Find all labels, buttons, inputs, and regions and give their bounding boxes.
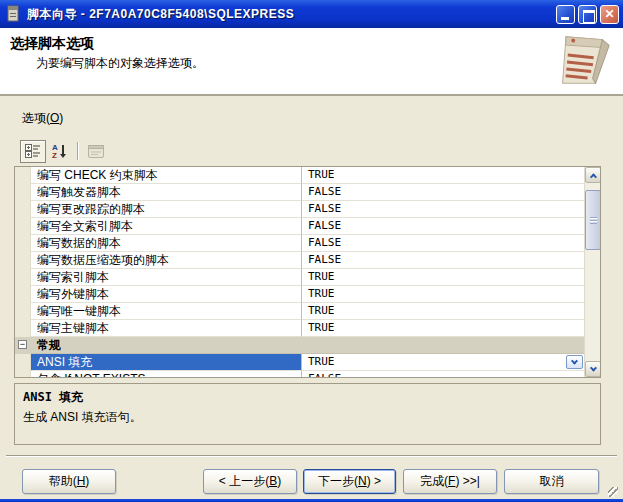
titlebar: 脚本向导 - 2F7A0A70C8F5408\SQLEXPRESS — [0, 0, 623, 28]
property-row[interactable]: 编写 CHECK 约束脚本TRUE — [15, 167, 584, 184]
description-text: 生成 ANSI 填充语句。 — [23, 409, 592, 426]
row-indent-strip: − — [15, 337, 31, 354]
minimize-button[interactable] — [556, 5, 575, 24]
property-value[interactable]: TRUE — [301, 269, 584, 286]
value-dropdown-button[interactable] — [566, 355, 583, 369]
property-name[interactable]: 编写数据的脚本 — [31, 235, 301, 252]
property-value[interactable]: FALSE — [301, 252, 584, 269]
property-pages-button[interactable] — [83, 140, 109, 163]
row-indent-strip — [15, 354, 31, 371]
propertygrid-toolbar: A Z — [20, 139, 109, 163]
property-pages-icon — [88, 145, 104, 158]
chevron-up-icon — [589, 173, 596, 180]
footer-divider — [6, 455, 617, 457]
options-property-grid: 编写 CHECK 约束脚本TRUE编写触发器脚本FALSE编写更改跟踪的脚本FA… — [14, 166, 601, 378]
row-indent-strip — [15, 320, 31, 337]
help-button[interactable]: 帮助(H) — [22, 469, 116, 494]
vertical-scrollbar[interactable] — [584, 167, 600, 377]
property-name[interactable]: 编写主键脚本 — [31, 320, 301, 337]
row-indent-strip — [15, 286, 31, 303]
close-button[interactable] — [600, 5, 619, 24]
property-row[interactable]: 编写数据压缩选项的脚本FALSE — [15, 252, 584, 269]
svg-text:Z: Z — [52, 151, 57, 159]
property-name[interactable]: ANSI 填充 — [31, 354, 301, 371]
resize-grip-icon[interactable] — [608, 487, 618, 497]
property-row[interactable]: 编写数据的脚本FALSE — [15, 235, 584, 252]
script-scroll-image — [541, 29, 619, 92]
description-title: ANSI 填充 — [23, 389, 592, 406]
property-name[interactable]: 编写外键脚本 — [31, 286, 301, 303]
options-label: 选项(O) — [22, 110, 63, 127]
row-indent-strip — [15, 252, 31, 269]
property-row[interactable]: 编写主键脚本TRUE — [15, 320, 584, 337]
toolbar-separator — [77, 142, 78, 160]
scroll-up-button[interactable] — [585, 167, 601, 183]
wizard-header: 选择脚本选项 为要编写脚本的对象选择选项。 — [0, 28, 623, 96]
property-name[interactable]: 编写 CHECK 约束脚本 — [31, 167, 301, 184]
property-value[interactable]: TRUE — [301, 354, 584, 371]
maximize-button[interactable] — [578, 5, 597, 24]
property-value[interactable]: TRUE — [301, 286, 584, 303]
property-value[interactable]: TRUE — [301, 303, 584, 320]
property-name[interactable]: 包含 If NOT EXISTS — [31, 371, 301, 377]
finish-button[interactable]: 完成(F) >>| — [403, 469, 497, 494]
window-title: 脚本向导 - 2F7A0A70C8F5408\SQLEXPRESS — [27, 6, 556, 23]
property-value[interactable]: TRUE — [301, 167, 584, 184]
page-title: 选择脚本选项 — [10, 35, 94, 53]
property-value[interactable]: FALSE — [301, 184, 584, 201]
page-subtitle: 为要编写脚本的对象选择选项。 — [36, 55, 204, 72]
property-value[interactable]: FALSE — [301, 201, 584, 218]
property-row[interactable]: 编写触发器脚本FALSE — [15, 184, 584, 201]
property-row[interactable]: 编写外键脚本TRUE — [15, 286, 584, 303]
property-value[interactable]: FALSE — [301, 235, 584, 252]
property-row[interactable]: ANSI 填充TRUE — [15, 354, 584, 371]
sort-az-icon: A Z — [52, 143, 67, 159]
property-name[interactable]: 编写触发器脚本 — [31, 184, 301, 201]
scroll-down-button[interactable] — [585, 361, 601, 377]
property-name[interactable]: 编写数据压缩选项的脚本 — [31, 252, 301, 269]
row-indent-strip — [15, 184, 31, 201]
category-label: 常规 — [31, 337, 584, 354]
row-indent-strip — [15, 218, 31, 235]
property-rows: 编写 CHECK 约束脚本TRUE编写触发器脚本FALSE编写更改跟踪的脚本FA… — [15, 167, 584, 377]
row-indent-strip — [15, 303, 31, 320]
property-name[interactable]: 编写唯一键脚本 — [31, 303, 301, 320]
categorized-button[interactable] — [20, 140, 46, 163]
property-row[interactable]: 编写索引脚本TRUE — [15, 269, 584, 286]
row-indent-strip — [15, 269, 31, 286]
script-wizard-window: 脚本向导 - 2F7A0A70C8F5408\SQLEXPRESS 选择脚本选项… — [0, 0, 623, 502]
category-row[interactable]: −常规 — [15, 337, 584, 354]
chevron-down-icon — [589, 364, 596, 371]
row-indent-strip — [15, 167, 31, 184]
property-value[interactable]: FALSE — [301, 218, 584, 235]
script-wizard-icon — [6, 5, 22, 23]
next-button[interactable]: 下一步(N) > — [303, 469, 396, 494]
property-name[interactable]: 编写索引脚本 — [31, 269, 301, 286]
property-row[interactable]: 编写全文索引脚本FALSE — [15, 218, 584, 235]
property-row[interactable]: 编写唯一键脚本TRUE — [15, 303, 584, 320]
property-value[interactable]: FALSE — [301, 371, 584, 377]
chevron-down-icon — [571, 357, 578, 364]
back-button[interactable]: < 上一步(B) — [203, 469, 297, 494]
property-name[interactable]: 编写更改跟踪的脚本 — [31, 201, 301, 218]
cancel-button[interactable]: 取消 — [504, 469, 599, 494]
sort-alphabetical-button[interactable]: A Z — [46, 140, 72, 163]
property-name[interactable]: 编写全文索引脚本 — [31, 218, 301, 235]
property-value[interactable]: TRUE — [301, 320, 584, 337]
collapse-minus-icon[interactable]: − — [18, 340, 27, 349]
categorized-icon — [25, 144, 41, 158]
scrollbar-thumb[interactable] — [585, 190, 601, 250]
row-indent-strip — [15, 201, 31, 218]
property-description-panel: ANSI 填充 生成 ANSI 填充语句。 — [14, 383, 601, 445]
row-indent-strip — [15, 371, 31, 377]
property-row[interactable]: 包含 If NOT EXISTSFALSE — [15, 371, 584, 377]
row-indent-strip — [15, 235, 31, 252]
property-row[interactable]: 编写更改跟踪的脚本FALSE — [15, 201, 584, 218]
